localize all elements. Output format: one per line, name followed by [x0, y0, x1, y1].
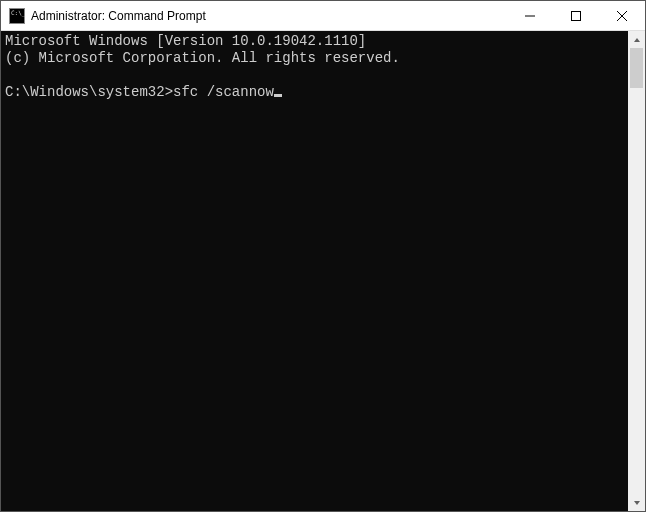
window-controls — [507, 1, 645, 30]
vertical-scrollbar[interactable] — [628, 31, 645, 511]
scroll-down-button[interactable] — [628, 494, 645, 511]
terminal-output[interactable]: Microsoft Windows [Version 10.0.19042.11… — [1, 31, 628, 511]
svg-marker-4 — [634, 38, 640, 42]
scrollbar-track[interactable] — [628, 48, 645, 494]
maximize-icon — [571, 11, 581, 21]
copyright-line: (c) Microsoft Corporation. All rights re… — [5, 50, 400, 66]
close-button[interactable] — [599, 1, 645, 30]
close-icon — [617, 11, 627, 21]
scroll-up-button[interactable] — [628, 31, 645, 48]
terminal-container: Microsoft Windows [Version 10.0.19042.11… — [1, 31, 645, 511]
chevron-down-icon — [633, 499, 641, 507]
titlebar[interactable]: Administrator: Command Prompt — [1, 1, 645, 31]
maximize-button[interactable] — [553, 1, 599, 30]
svg-rect-1 — [572, 11, 581, 20]
command-input[interactable]: sfc /scannow — [173, 84, 274, 100]
scrollbar-thumb[interactable] — [630, 48, 643, 88]
minimize-button[interactable] — [507, 1, 553, 30]
svg-marker-5 — [634, 501, 640, 505]
text-cursor — [274, 94, 282, 97]
cmd-app-icon — [9, 8, 25, 24]
window-title: Administrator: Command Prompt — [31, 9, 507, 23]
version-line: Microsoft Windows [Version 10.0.19042.11… — [5, 33, 366, 49]
prompt-text: C:\Windows\system32> — [5, 84, 173, 100]
minimize-icon — [525, 11, 535, 21]
chevron-up-icon — [633, 36, 641, 44]
